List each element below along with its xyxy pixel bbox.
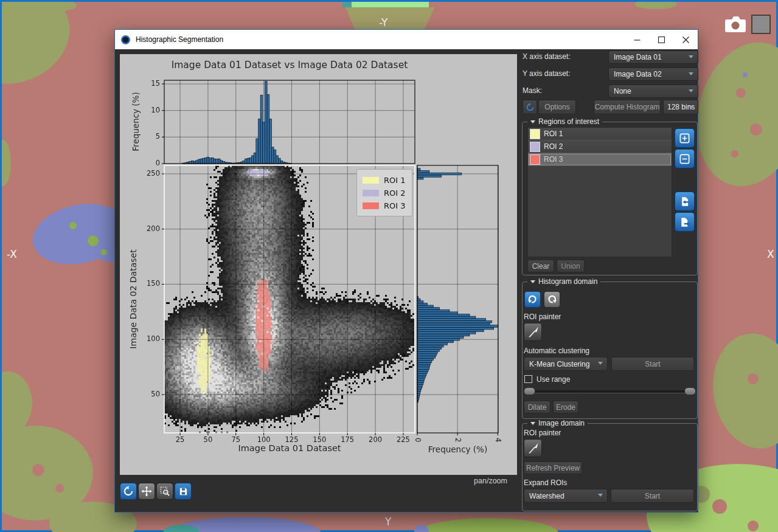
histogram-figure-canvas[interactable] [120, 54, 517, 475]
image-domain-title[interactable]: Image domain [527, 419, 588, 427]
plus-icon [679, 133, 690, 144]
undo-icon [527, 294, 538, 305]
redo-button[interactable] [544, 291, 560, 308]
clustering-method-combo[interactable]: K-Mean Clustering [524, 357, 608, 371]
chevron-down-icon [689, 55, 693, 58]
plot-legend: ROI 1ROI 2ROI 3 [356, 169, 412, 216]
dilate-button[interactable]: Dilate [524, 401, 551, 413]
collapse-arrow-icon [530, 120, 535, 123]
y-axis-dataset-combo[interactable]: Image Data 02 [608, 67, 698, 81]
roi-color-swatch[interactable] [530, 154, 540, 165]
right-hist-xlabel: Frequency (%) [417, 444, 498, 454]
add-roi-button[interactable] [675, 128, 695, 148]
histogram-domain-title[interactable]: Histogram domain [527, 277, 600, 286]
mask-label: Mask: [523, 86, 542, 95]
export-file-icon [679, 216, 690, 228]
brush-icon [526, 325, 540, 339]
chevron-down-icon [598, 362, 603, 365]
toolbar-mode-label: pan/zoom [386, 477, 507, 485]
roi-color-swatch[interactable] [530, 142, 540, 152]
right-panel: X axis dataset: Image Data 01 Y axis dat… [521, 49, 699, 512]
pan-icon [141, 486, 152, 497]
minus-icon [679, 153, 690, 165]
main-xlabel: Image Data 01 Dataset [164, 443, 415, 453]
legend-label: ROI 1 [384, 176, 406, 185]
compute-histogram-button[interactable]: Compute Histogram [594, 100, 661, 114]
remove-roi-button[interactable] [675, 149, 695, 168]
mask-combo[interactable]: None [608, 85, 698, 98]
hist-roi-painter-label: ROI painter [524, 313, 561, 321]
orientation-label-bottom: Y [385, 516, 391, 528]
legend-swatch [363, 190, 379, 196]
window-body: Image Data 01 Dataset vs Image Data 02 D… [115, 49, 698, 512]
x-axis-dataset-label: X axis dataset: [523, 52, 571, 61]
union-rois-button[interactable]: Union [557, 260, 585, 272]
collapse-arrow-icon [530, 422, 535, 425]
figure-title: Image Data 01 Dataset vs Image Data 02 D… [164, 60, 415, 71]
app-icon [120, 35, 131, 45]
orientation-label-top: -Y [379, 16, 388, 29]
figure-toolbar [120, 483, 192, 500]
refresh-icon [526, 103, 535, 112]
refresh-preview-button[interactable]: Refresh Preview [524, 461, 582, 474]
legend-swatch [363, 177, 379, 184]
titlebar[interactable]: Histographic Segmentation [115, 30, 698, 49]
main-ylabel: Image Data 02 Dataset [128, 220, 138, 378]
roi-list-item[interactable]: ROI 3 [528, 153, 672, 166]
camera-icon[interactable] [723, 14, 748, 37]
maximize-button[interactable] [649, 30, 673, 49]
clear-rois-button[interactable]: Clear [527, 260, 554, 272]
chevron-down-icon [689, 106, 693, 109]
close-button[interactable] [673, 30, 698, 49]
options-button[interactable]: Options [538, 100, 576, 114]
hist-roi-painter-button[interactable] [524, 323, 542, 341]
roi-item-label: ROI 2 [544, 142, 563, 151]
range-slider-handle-right[interactable] [684, 387, 696, 395]
save-figure-button[interactable] [175, 483, 192, 500]
legend-label: ROI 3 [384, 201, 406, 210]
zoom-rect-icon [159, 486, 170, 497]
legend-entry: ROI 2 [363, 187, 406, 199]
x-axis-dataset-combo[interactable]: Image Data 01 [608, 50, 698, 64]
clustering-start-button[interactable]: Start [611, 357, 694, 371]
reload-datasets-button[interactable] [523, 100, 537, 114]
expand-start-button[interactable]: Start [611, 489, 694, 503]
regions-of-interest-title[interactable]: Regions of interest [527, 117, 602, 126]
legend-entry: ROI 1 [363, 174, 406, 187]
roi-item-label: ROI 3 [544, 155, 563, 164]
minimize-button[interactable] [625, 30, 649, 49]
expand-rois-label: Expand ROIs [524, 478, 567, 487]
chevron-down-icon [689, 72, 693, 75]
export-rois-button[interactable] [675, 212, 695, 232]
window-title: Histographic Segmentation [136, 35, 625, 44]
roi-list-item[interactable]: ROI 2 [528, 140, 672, 153]
use-range-checkbox[interactable] [524, 375, 532, 383]
reset-view-icon [123, 486, 134, 497]
image-roi-painter-button[interactable] [524, 439, 542, 457]
bins-combo[interactable]: 128 bins [663, 100, 698, 114]
automatic-clustering-label: Automatic clustering [524, 347, 589, 355]
roi-item-label: ROI 1 [544, 130, 563, 138]
image-roi-painter-label: ROI painter [524, 429, 561, 437]
save-icon [178, 486, 189, 497]
import-rois-button[interactable] [675, 192, 695, 211]
reset-view-button[interactable] [120, 483, 137, 500]
pan-button[interactable] [138, 483, 155, 500]
figure-area: Image Data 01 Dataset vs Image Data 02 D… [120, 54, 517, 475]
undo-button[interactable] [524, 291, 541, 308]
zoom-rect-button[interactable] [156, 483, 173, 500]
collapse-arrow-icon [530, 280, 535, 283]
y-axis-dataset-label: Y axis dataset: [523, 69, 571, 78]
color-swatch-square[interactable] [751, 15, 771, 34]
top-hist-ylabel: Frequency (%) [131, 73, 141, 170]
use-range-label: Use range [537, 375, 570, 384]
erode-button[interactable]: Erode [553, 401, 578, 413]
import-file-icon [679, 196, 690, 207]
range-slider-handle-left[interactable] [524, 387, 535, 395]
expand-method-combo[interactable]: Watershed [524, 489, 608, 503]
roi-list-item[interactable]: ROI 1 [528, 128, 672, 140]
roi-color-swatch[interactable] [530, 129, 540, 139]
orientation-label-right: X [767, 248, 774, 260]
range-slider-groove[interactable] [524, 390, 696, 393]
roi-list[interactable]: ROI 1ROI 2ROI 3 [527, 127, 672, 257]
